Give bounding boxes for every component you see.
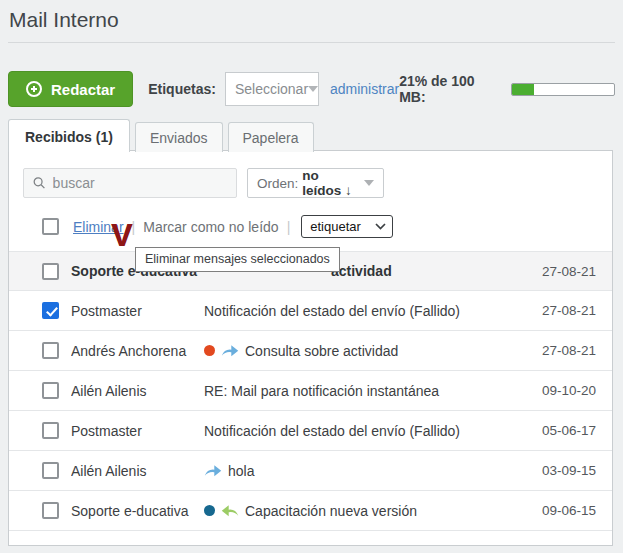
red-dot-icon — [204, 345, 215, 356]
search-box[interactable] — [23, 168, 237, 198]
sort-order-label: Orden: — [257, 176, 298, 191]
chevron-down-icon — [375, 223, 386, 230]
message-sender: Ailén Ailenis — [71, 383, 204, 399]
message-subject-text: Notificación del estado del envío (Falli… — [204, 423, 460, 439]
message-list: Soporte e-ducativaactividad27-08-21Postm… — [9, 251, 612, 531]
message-row[interactable]: Andrés AnchorenaConsulta sobre actividad… — [9, 331, 612, 371]
tab-enviados[interactable]: Enviados — [135, 122, 223, 152]
message-checkbox[interactable] — [42, 382, 59, 399]
message-date: 09-10-20 — [524, 383, 596, 398]
delete-tooltip: Eliminar mensajes seleccionados — [135, 247, 340, 272]
message-sender: Andrés Anchorena — [71, 343, 204, 359]
message-subject-text: actividad — [331, 263, 392, 279]
quota-progress-fill — [512, 84, 533, 95]
labels-label: Etiquetas: — [148, 81, 216, 97]
sort-order-select[interactable]: Orden: no leídos ↓ — [247, 168, 384, 198]
tab-papelera[interactable]: Papelera — [228, 122, 314, 152]
teal-dot-icon — [204, 505, 215, 516]
message-subject: hola — [204, 463, 524, 479]
message-checkbox[interactable] — [42, 422, 59, 439]
plus-icon — [26, 81, 42, 97]
manage-labels-link[interactable]: administrar — [330, 81, 399, 97]
message-checkbox[interactable] — [42, 302, 59, 319]
message-sender: Ailén Ailenis — [71, 463, 204, 479]
cursor-pointer: V — [111, 219, 132, 251]
reply-arrow-icon — [221, 504, 239, 517]
message-subject: Capacitación nueva versión — [204, 503, 524, 519]
sort-order-value: no leídos ↓ — [302, 168, 360, 198]
message-subject-text: RE: Mail para notificación instantánea — [204, 383, 439, 399]
message-checkbox[interactable] — [42, 263, 59, 280]
inbox-panel: Orden: no leídos ↓ Eliminar | Marcar com… — [8, 150, 613, 546]
quota-progressbar — [511, 83, 615, 96]
quota: 21% de 100 MB: — [399, 73, 615, 105]
search-icon — [33, 176, 46, 190]
message-date: 09-06-15 — [524, 503, 596, 518]
message-subject: Consulta sobre actividad — [204, 343, 524, 359]
compose-button[interactable]: Redactar — [8, 71, 133, 107]
tag-select[interactable]: etiquetar — [301, 215, 393, 238]
quota-text: 21% de 100 MB: — [399, 73, 504, 105]
message-checkbox[interactable] — [42, 342, 59, 359]
message-subject-text: hola — [228, 463, 254, 479]
labels-select[interactable]: Seleccionar — [225, 72, 319, 106]
compose-button-label: Redactar — [51, 81, 115, 98]
message-row[interactable]: Ailén AilenisRE: Mail para notificación … — [9, 371, 612, 411]
message-date: 05-06-17 — [524, 423, 596, 438]
message-row[interactable]: Soporte e-ducativaCapacitación nueva ver… — [9, 491, 612, 531]
mailbox-tabs: Recibidos (1) Enviados Papelera — [8, 119, 314, 152]
message-sender: Postmaster — [71, 303, 204, 319]
forward-arrow-icon — [204, 464, 222, 477]
forward-arrow-icon — [221, 344, 239, 357]
message-subject-text: Notificación del estado del envío (Falli… — [204, 303, 460, 319]
message-row[interactable]: PostmasterNotificación del estado del en… — [9, 411, 612, 451]
chevron-down-icon — [364, 180, 374, 186]
message-checkbox[interactable] — [42, 462, 59, 479]
separator: | — [287, 219, 291, 235]
message-subject-text: Consulta sobre actividad — [245, 343, 398, 359]
mark-unread-action[interactable]: Marcar como no leído — [143, 219, 278, 235]
title-divider — [8, 42, 615, 43]
message-sender: Soporte e-ducativa — [71, 503, 204, 519]
tab-recibidos[interactable]: Recibidos (1) — [8, 119, 130, 152]
message-row[interactable]: Ailén Ailenishola03-09-15 — [9, 451, 612, 491]
toolbar: Redactar Etiquetas: Seleccionar administ… — [8, 70, 615, 108]
chevron-down-icon — [308, 86, 318, 92]
tag-select-value: etiquetar — [310, 219, 361, 234]
message-sender: Postmaster — [71, 423, 204, 439]
message-subject: Notificación del estado del envío (Falli… — [204, 303, 524, 319]
mail-interno-app: Mail Interno Redactar Etiquetas: Selecci… — [0, 0, 623, 553]
search-input[interactable] — [53, 175, 227, 191]
list-controls: Orden: no leídos ↓ — [23, 168, 612, 198]
message-subject: Notificación del estado del envío (Falli… — [204, 423, 524, 439]
message-subject: RE: Mail para notificación instantánea — [204, 383, 524, 399]
message-subject-text: Capacitación nueva versión — [245, 503, 417, 519]
message-date: 27-08-21 — [524, 264, 596, 279]
select-all-checkbox[interactable] — [42, 218, 59, 235]
message-checkbox[interactable] — [42, 502, 59, 519]
labels-select-value: Seleccionar — [235, 81, 308, 97]
message-date: 27-08-21 — [524, 303, 596, 318]
message-row[interactable]: PostmasterNotificación del estado del en… — [9, 291, 612, 331]
message-date: 03-09-15 — [524, 463, 596, 478]
message-date: 27-08-21 — [524, 343, 596, 358]
page-title: Mail Interno — [9, 8, 119, 32]
